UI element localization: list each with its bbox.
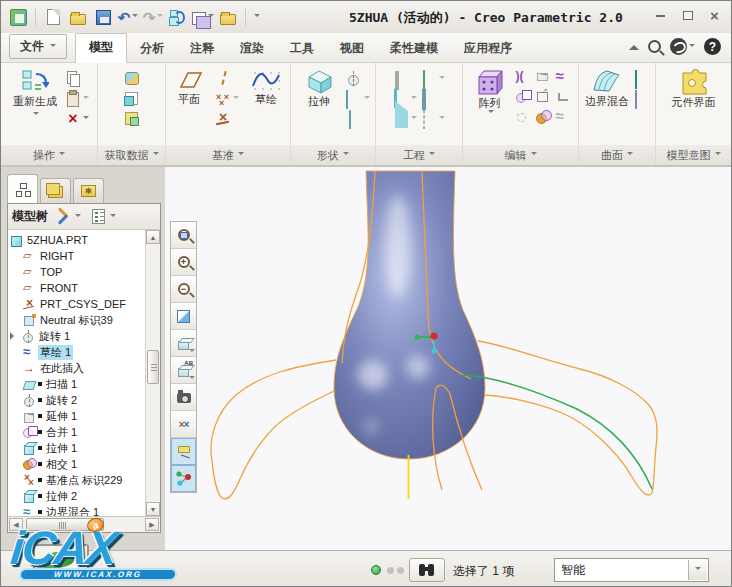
component-interface-button[interactable]: 元件界面 <box>667 66 721 109</box>
paste-button[interactable] <box>65 90 89 107</box>
group-label-editing[interactable]: 编辑 <box>463 145 578 165</box>
community-sync-button[interactable] <box>670 38 695 55</box>
style-button[interactable] <box>634 90 650 107</box>
tree-row[interactable]: 旋转 2 <box>10 392 145 408</box>
scroll-down-button[interactable]: ▼ <box>146 502 160 516</box>
scroll-left-button[interactable]: ◀ <box>9 518 23 531</box>
fill-pattern-icon[interactable] <box>517 113 526 122</box>
regenerate-quick-button[interactable] <box>167 6 189 28</box>
extrude-button[interactable]: 拉伸 <box>296 66 342 108</box>
tree-row[interactable]: Neutral 标识39 <box>10 312 145 328</box>
saved-orientations-button[interactable]: AB <box>171 357 196 384</box>
tree-row[interactable]: 边界混合 1 <box>10 504 145 516</box>
revolve-button[interactable] <box>346 70 370 87</box>
find-button[interactable] <box>409 558 445 582</box>
axis-button[interactable] <box>215 70 239 87</box>
redo-dropdown[interactable] <box>157 14 163 20</box>
project-icon[interactable] <box>537 92 548 102</box>
tree-row[interactable]: FRONT <box>10 280 145 296</box>
dropdown-arrow[interactable] <box>688 560 707 580</box>
group-label-datum[interactable]: 基准 <box>166 145 290 165</box>
group-label-shapes[interactable]: 形状 <box>291 145 375 165</box>
csys-button[interactable] <box>215 110 239 127</box>
sweep-button[interactable] <box>346 90 370 107</box>
tree-row[interactable]: TOP <box>10 264 145 280</box>
scrollbar-thumb[interactable] <box>26 518 104 531</box>
selection-filter-dropdown[interactable]: 智能 <box>554 558 709 582</box>
fill-button[interactable] <box>634 70 650 87</box>
group-label-engineering[interactable]: 工程 <box>376 145 462 165</box>
tree-vertical-scrollbar[interactable]: ▲ ▼ <box>145 230 160 516</box>
freestyle-button[interactable] <box>634 110 650 127</box>
group-label-operations[interactable]: 操作 <box>1 145 97 165</box>
minimize-button[interactable] <box>652 8 669 23</box>
file-menu-button[interactable]: 文件 <box>9 34 67 59</box>
point-button[interactable] <box>215 90 239 107</box>
new-file-button[interactable] <box>42 6 64 28</box>
user-defined-feature-button[interactable] <box>124 70 140 87</box>
tab-annotate[interactable]: 注释 <box>177 35 227 63</box>
hole-button[interactable] <box>393 70 417 87</box>
view-manager-button[interactable] <box>171 384 196 411</box>
tree-settings-caret[interactable] <box>75 214 81 220</box>
sketch-button[interactable]: 草绘 <box>243 66 289 106</box>
chamfer-button[interactable] <box>421 110 445 127</box>
folder-browser-tab[interactable] <box>40 178 71 203</box>
copy-button[interactable] <box>65 70 89 87</box>
repaint-button[interactable] <box>171 303 196 330</box>
tree-row[interactable]: PRT_CSYS_DEF <box>10 296 145 312</box>
model-canvas[interactable] <box>165 167 731 550</box>
group-label-get-data[interactable]: 获取数据 <box>98 145 165 165</box>
plane-button[interactable]: 平面 <box>167 66 211 106</box>
graphics-viewport[interactable]: + − AB ×× <box>165 167 731 550</box>
undo-button[interactable]: ↶ <box>117 6 139 28</box>
wrap-icon[interactable] <box>555 70 571 85</box>
restore-button[interactable] <box>679 8 696 23</box>
tree-row[interactable]: 拉伸 2 <box>10 488 145 504</box>
tree-filters-caret[interactable] <box>110 214 116 220</box>
pattern-button[interactable]: 阵列 <box>469 66 511 116</box>
datum-display-button[interactable]: ×× <box>171 411 196 438</box>
zoom-out-button[interactable]: − <box>171 276 196 303</box>
scrollbar-thumb[interactable] <box>147 350 159 384</box>
favorites-tab[interactable]: ✱ <box>73 178 104 203</box>
customize-quick-access-dropdown[interactable] <box>254 14 260 20</box>
tab-model[interactable]: 模型 <box>75 33 127 63</box>
tree-row[interactable]: 拉伸 1 <box>10 440 145 456</box>
tree-row[interactable]: 旋转 1 <box>10 328 145 344</box>
tab-applications[interactable]: 应用程序 <box>451 35 525 63</box>
sync-dropdown[interactable] <box>689 44 695 50</box>
tree-row[interactable]: 延伸 1 <box>10 408 145 424</box>
tab-tools[interactable]: 工具 <box>277 35 327 63</box>
rib-button[interactable] <box>421 70 445 87</box>
tree-settings-icon[interactable] <box>55 209 70 224</box>
app-menu-button[interactable] <box>7 6 29 28</box>
close-window-button[interactable] <box>217 6 239 28</box>
redo-button[interactable]: ↷ <box>142 6 164 28</box>
help-icon[interactable]: ? <box>704 38 721 55</box>
tree-row[interactable]: RIGHT <box>10 248 145 264</box>
zoom-in-button[interactable]: + <box>171 249 196 276</box>
tree-row[interactable]: 在此插入 <box>10 360 145 376</box>
search-icon[interactable] <box>648 40 661 53</box>
open-file-button[interactable] <box>67 6 89 28</box>
tree-row[interactable]: 相交 1 <box>10 456 145 472</box>
tree-row[interactable]: 5ZHUA.PRT <box>10 232 145 248</box>
solidify-icon[interactable] <box>555 110 571 125</box>
scroll-right-button[interactable]: ▶ <box>145 518 159 531</box>
collapse-ribbon-icon[interactable] <box>629 40 639 50</box>
tab-analysis[interactable]: 分析 <box>127 35 177 63</box>
model-tree-tab[interactable] <box>7 174 38 203</box>
shell-button[interactable] <box>421 90 445 107</box>
group-label-surfaces[interactable]: 曲面 <box>579 145 655 165</box>
tree-row[interactable]: 扫描 1 <box>10 376 145 392</box>
spin-center-button[interactable] <box>171 465 196 492</box>
intersect-icon[interactable] <box>535 110 551 125</box>
shrinkwrap-button[interactable] <box>124 110 140 127</box>
scroll-up-button[interactable]: ▲ <box>146 230 160 244</box>
group-label-model-intent[interactable]: 模型意图 <box>656 145 731 165</box>
tab-view[interactable]: 视图 <box>327 35 377 63</box>
window-switch-button[interactable] <box>192 6 214 28</box>
swept-blend-button[interactable] <box>346 110 370 127</box>
copy-geometry-button[interactable] <box>124 90 140 107</box>
